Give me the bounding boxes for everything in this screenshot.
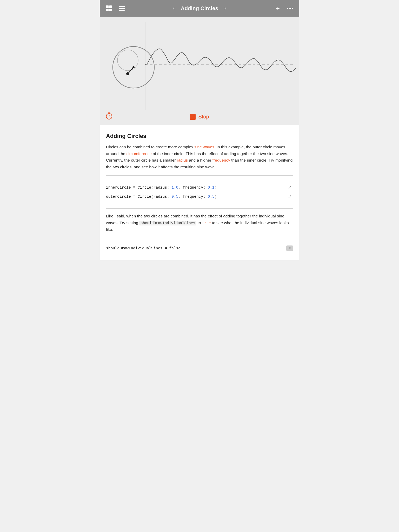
circumference-link[interactable]: circumference — [126, 151, 151, 156]
var-text: shouldDrawIndividualSines = false — [106, 246, 181, 250]
grid-icon — [106, 5, 112, 11]
code-line-1: innerCircle = Circle(radius: 1.0, freque… — [106, 183, 293, 192]
prose2-text-2: to — [196, 221, 202, 225]
grid-view-button[interactable] — [105, 4, 113, 12]
divider-2 — [106, 208, 293, 209]
radius-link[interactable]: radius — [177, 158, 188, 162]
var-value: false — [169, 246, 181, 250]
code-line-2: outerCircle = Circle(radius: 0.5, freque… — [106, 192, 293, 201]
prev-button[interactable]: ‹ — [171, 4, 177, 12]
divider-1 — [106, 175, 293, 176]
frequency-link[interactable]: frequency — [212, 158, 230, 162]
var-toggle-button[interactable]: F — [286, 245, 293, 251]
divider-3 — [106, 238, 293, 238]
add-button[interactable]: + — [275, 4, 281, 13]
code2-radius: 0.5 — [171, 195, 178, 199]
svg-point-6 — [126, 72, 129, 75]
controls-bar: Stop — [100, 110, 299, 125]
code2-frequency: 0.5 — [208, 195, 215, 199]
toolbar-center: ‹ Adding Circles › — [171, 4, 229, 12]
var-prefix: shouldDrawIndividualSines = — [106, 246, 169, 250]
code1-radius: 1.0 — [171, 185, 178, 190]
prose-text-1: Circles can be combined to create more c… — [106, 145, 194, 149]
visualization-container — [100, 17, 299, 110]
list-view-button[interactable] — [118, 5, 126, 12]
code2-prefix: outerCircle = Circle(radius: — [106, 195, 171, 199]
toolbar: ‹ Adding Circles › + — [100, 0, 299, 17]
toolbar-right: + — [275, 4, 294, 13]
stop-label: Stop — [198, 114, 209, 120]
timer-icon — [105, 112, 113, 122]
animation-canvas — [100, 22, 299, 110]
code1-mid: , frequency: — [178, 185, 208, 190]
svg-point-7 — [132, 66, 135, 68]
next-button[interactable]: › — [222, 4, 228, 12]
stop-button[interactable]: Stop — [190, 114, 209, 120]
intro-paragraph: Circles can be combined to create more c… — [106, 144, 293, 170]
var-line: shouldDrawIndividualSines = false F — [106, 245, 293, 251]
content-title: Adding Circles — [106, 133, 293, 139]
outer-circle-edit-button[interactable]: ↗ — [287, 194, 293, 200]
svg-rect-0 — [100, 22, 299, 110]
sine-waves-link[interactable]: sine waves — [194, 145, 214, 149]
toolbar-left — [105, 4, 126, 12]
page-title: Adding Circles — [181, 5, 218, 11]
code2-suffix: ) — [215, 195, 217, 199]
second-paragraph: Like I said, when the two circles are co… — [106, 213, 293, 233]
list-icon — [119, 6, 125, 11]
prose-text-4: and a higher — [188, 158, 212, 162]
more-options-button[interactable] — [286, 7, 294, 10]
var-section: shouldDrawIndividualSines = false F — [106, 241, 293, 255]
code-line-1-text: innerCircle = Circle(radius: 1.0, freque… — [106, 185, 287, 190]
code-section-1: innerCircle = Circle(radius: 1.0, freque… — [106, 179, 293, 205]
code1-prefix: innerCircle = Circle(radius: — [106, 185, 171, 190]
inner-circle-edit-button[interactable]: ↗ — [287, 184, 293, 190]
code1-suffix: ) — [215, 185, 217, 190]
dots-icon — [287, 8, 293, 9]
content-area: Adding Circles Circles can be combined t… — [100, 125, 299, 260]
true-code: true — [202, 221, 211, 225]
stop-icon — [190, 114, 196, 120]
code2-mid: , frequency: — [178, 195, 208, 199]
code-line-2-text: outerCircle = Circle(radius: 0.5, freque… — [106, 195, 287, 199]
code1-frequency: 0.1 — [208, 185, 215, 190]
should-draw-code: shouldDrawIndividualSines — [139, 221, 196, 225]
